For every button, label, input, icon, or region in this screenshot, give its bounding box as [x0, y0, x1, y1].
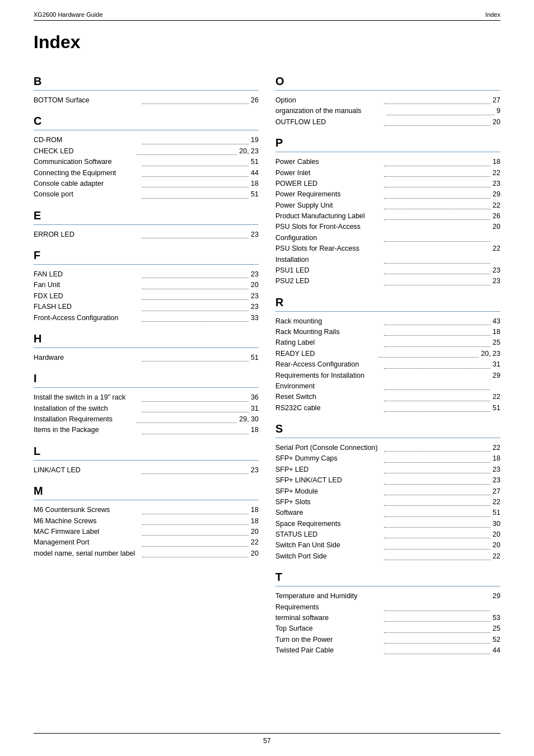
entry-dots: [142, 291, 249, 300]
section-divider: [275, 586, 500, 586]
entry-dots: [142, 269, 249, 278]
entry-dots: [384, 337, 490, 346]
entry-page: 20: [251, 280, 259, 290]
entry-page: 18: [251, 425, 259, 435]
entry-page: 22: [251, 537, 259, 548]
entry-page: 23: [493, 475, 500, 486]
entry-page: 18: [251, 179, 259, 189]
entry-dots: [384, 392, 490, 401]
list-item: CD-ROM19: [34, 135, 259, 145]
entry-dots: [384, 370, 490, 391]
entry-name: READY LED: [275, 349, 376, 359]
entry-page: 43: [493, 316, 500, 327]
entry-dots: [384, 591, 490, 611]
entry-dots: [137, 414, 237, 423]
entry-name: Installation Requirements: [34, 414, 134, 425]
entry-name: Turn on the Power: [275, 635, 382, 645]
entry-dots: [142, 135, 249, 144]
section-letter-s: S: [275, 422, 500, 435]
entry-name: POWER LED: [275, 179, 382, 189]
entry-dots: [384, 519, 490, 528]
list-item: Temperature and Humidity Requirements29: [275, 591, 500, 613]
list-item: Installation of the switch31: [34, 403, 259, 414]
left-column: BBOTTOM Surface26CCD-ROM19CHECK LED20, 2…: [34, 66, 259, 656]
entry-page: 18: [251, 516, 259, 527]
header-left: XG2600 Hardware Guide: [34, 11, 103, 18]
entry-name: SFP+ LINK/ACT LED: [275, 475, 382, 486]
entry-dots: [137, 146, 237, 155]
entry-dots: [384, 464, 490, 473]
entry-name: FLASH LED: [34, 302, 140, 312]
entry-page: 23: [493, 276, 500, 287]
entry-dots: [384, 613, 490, 622]
entry-name: ERROR LED: [34, 229, 140, 240]
entry-name: MAC Firmware Label: [34, 527, 140, 537]
right-column: OOption27organization of the manuals9OUT…: [275, 66, 500, 656]
entry-dots: [142, 353, 249, 361]
list-item: SFP+ LINK/ACT LED23: [275, 475, 500, 486]
entry-dots: [384, 529, 490, 538]
entry-page: 22: [493, 497, 500, 508]
entry-dots: [142, 302, 249, 311]
entry-dots: [384, 359, 490, 368]
entry-page: 29: [493, 591, 500, 613]
list-item: Front-Access Configuration33: [34, 313, 259, 323]
entry-dots: [142, 179, 249, 187]
list-item: PSU1 LED23: [275, 265, 500, 276]
entry-page: 23: [251, 465, 259, 476]
entry-page: 18: [251, 505, 259, 515]
list-item: Product Manufacturing Label26: [275, 211, 500, 222]
section-letter-m: M: [34, 485, 259, 497]
entry-dots: [384, 453, 490, 462]
entry-name: Power Requirements: [275, 189, 382, 200]
entry-dots: [142, 189, 249, 198]
entry-dots: [142, 157, 249, 166]
list-item: READY LED20, 23: [275, 349, 500, 359]
entry-page: 51: [493, 403, 500, 414]
entry-dots: [384, 211, 490, 220]
page: XG2600 Hardware Guide Index Index BBOTTO…: [0, 0, 534, 756]
entry-page: 23: [251, 302, 259, 312]
list-item: Twisted Pair Cable44: [275, 645, 500, 656]
list-item: Items in the Package18: [34, 425, 259, 435]
entry-page: 27: [493, 95, 500, 106]
list-item: LINK/ACT LED23: [34, 465, 259, 476]
entry-page: 20: [251, 548, 259, 559]
entry-dots: [384, 508, 490, 516]
entry-page: 51: [251, 189, 259, 200]
list-item: Connecting the Equipment44: [34, 168, 259, 179]
entry-name: Reset Switch: [275, 392, 382, 402]
entry-page: 36: [251, 392, 259, 403]
entry-page: 22: [493, 168, 500, 179]
list-item: FDX LED23: [34, 291, 259, 302]
entry-name: FDX LED: [34, 291, 140, 302]
list-item: Power Requirements29: [275, 189, 500, 200]
entry-page: 22: [493, 443, 500, 453]
entry-dots: [384, 443, 490, 452]
entry-page: 27: [493, 486, 500, 497]
entry-dots: [142, 313, 249, 322]
entry-dots: [384, 117, 490, 126]
section-letter-b: B: [34, 75, 259, 88]
entry-name: M6 Countersunk Screws: [34, 505, 140, 515]
entry-name: SFP+ LED: [275, 464, 382, 475]
entry-page: 22: [493, 392, 500, 402]
entry-dots: [384, 486, 490, 495]
entry-name: CHECK LED: [34, 146, 134, 157]
entry-name: model name, serial number label: [34, 548, 140, 559]
entry-page: 31: [251, 403, 259, 414]
list-item: PSU Slots for Rear-Access Installation22: [275, 243, 500, 265]
entry-page: 18: [493, 453, 500, 464]
list-item: Power Cables18: [275, 157, 500, 167]
entry-page: 23: [251, 229, 259, 240]
entry-dots: [384, 243, 490, 264]
section-letter-o: O: [275, 75, 500, 88]
entry-name: Software: [275, 508, 382, 518]
entry-dots: [142, 168, 249, 177]
entry-dots: [384, 95, 490, 104]
entry-name: FAN LED: [34, 269, 140, 280]
entry-page: 51: [493, 508, 500, 518]
entry-name: Fan Unit: [34, 280, 140, 290]
section-letter-r: R: [275, 296, 500, 309]
list-item: CHECK LED20, 23: [34, 146, 259, 157]
